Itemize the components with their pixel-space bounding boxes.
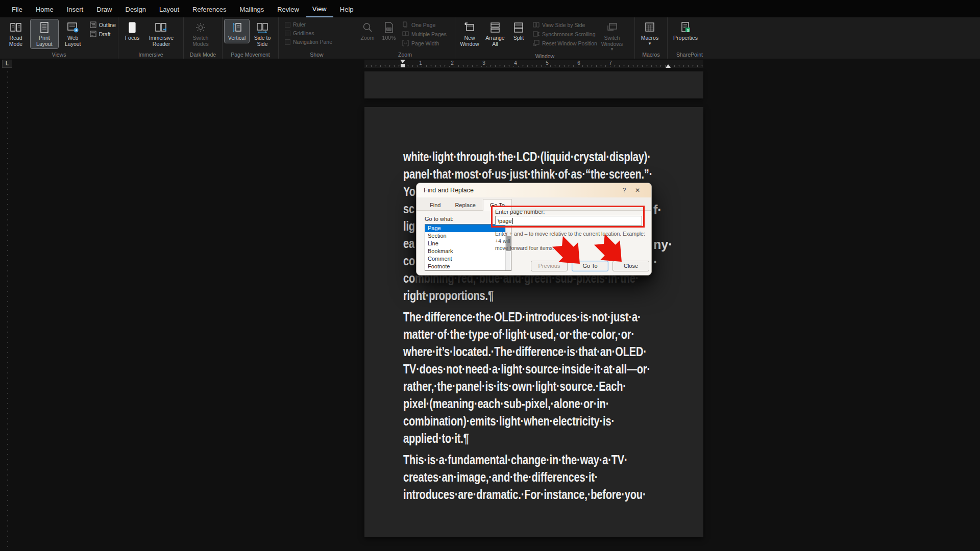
first-line-indent-marker[interactable] bbox=[400, 60, 405, 63]
document-text-line: matter·of·the·type·of·light·used,·or·the… bbox=[403, 325, 665, 343]
enter-page-number-label: Enter page number: bbox=[495, 209, 545, 215]
goto-list-item[interactable]: Footnote bbox=[425, 263, 511, 270]
one-page-icon bbox=[402, 21, 409, 28]
properties-icon: S bbox=[679, 21, 692, 34]
menu-item[interactable]: References bbox=[186, 1, 233, 17]
menu-item[interactable]: View bbox=[306, 1, 333, 17]
group-label-sharepoint: SharePoint bbox=[670, 51, 709, 59]
document-text-line: panel·that·most·of·us·just·think·of·as·“… bbox=[403, 165, 665, 183]
document-text-line: applied·to·it.¶ bbox=[403, 430, 665, 447]
go-to-what-label: Go to what: bbox=[425, 216, 453, 222]
document-text-fragment: f· bbox=[653, 201, 662, 218]
horizontal-ruler: 1234567 bbox=[364, 60, 703, 68]
left-indent-marker[interactable] bbox=[401, 64, 405, 67]
checkbox-icon bbox=[285, 31, 290, 36]
web-layout-icon bbox=[66, 21, 80, 34]
immersive-reader-button[interactable]: Immersive Reader bbox=[145, 19, 178, 48]
properties-label: Properties bbox=[673, 35, 698, 41]
read-mode-icon bbox=[9, 21, 22, 34]
menu-item[interactable]: Layout bbox=[153, 1, 186, 17]
word-window: FileHomeInsertDrawDesignLayoutReferences… bbox=[0, 0, 980, 551]
read-mode-button[interactable]: Read Mode bbox=[2, 19, 30, 48]
group-views: Read Mode Print Layout Web Layout Outlin… bbox=[0, 17, 118, 59]
group-label-dark-mode: Dark Mode bbox=[186, 51, 220, 59]
new-window-icon bbox=[463, 21, 476, 34]
group-label-show: Show bbox=[281, 51, 353, 59]
group-label-immersive: Immersive bbox=[120, 51, 181, 59]
multiple-pages-label: Multiple Pages bbox=[411, 31, 447, 37]
dialog-help-button[interactable]: ? bbox=[618, 187, 631, 194]
menu-item[interactable]: Insert bbox=[60, 1, 90, 17]
split-button[interactable]: Split bbox=[508, 19, 529, 43]
document-page[interactable]: white·light·through·the·LCD·(liquid·crys… bbox=[364, 107, 703, 537]
svg-text:S: S bbox=[687, 28, 690, 33]
split-icon bbox=[512, 21, 525, 34]
magnifier-icon bbox=[361, 21, 374, 34]
switch-windows-button: Switch Windows ▾ bbox=[598, 19, 626, 53]
document-text-line: creates·an·image,·and·the·differences·it… bbox=[403, 468, 665, 486]
menu-item[interactable]: Mailings bbox=[233, 1, 271, 17]
zoom-button: Zoom bbox=[357, 19, 378, 43]
reset-window-position-button: Reset Window Position bbox=[533, 40, 597, 46]
goto-list-item[interactable]: Comment bbox=[425, 255, 511, 263]
dialog-tab[interactable]: Find bbox=[423, 199, 448, 211]
ruler-number: 7 bbox=[607, 60, 614, 66]
document-text-line: The·difference·the·OLED·introduces·is·no… bbox=[403, 308, 665, 325]
switch-modes-button: Switch Modes bbox=[186, 19, 215, 48]
red-arrow-go-to bbox=[550, 234, 588, 272]
document-text-line: pixel·(meaning·each·sub-pixel,·alone·or·… bbox=[403, 395, 665, 412]
macros-icon bbox=[644, 21, 656, 34]
focus-button[interactable]: Focus bbox=[120, 19, 144, 43]
dialog-tab[interactable]: Replace bbox=[448, 199, 482, 211]
ruler-number: 1 bbox=[418, 60, 424, 66]
arrange-all-label: Arrange All bbox=[483, 35, 507, 47]
reset-window-position-icon bbox=[533, 40, 540, 46]
arrange-all-button[interactable]: Arrange All bbox=[483, 19, 507, 48]
macros-button[interactable]: Macros ▾ bbox=[637, 19, 663, 47]
menu-item[interactable]: File bbox=[5, 1, 29, 17]
dialog-title-bar[interactable]: Find and Replace ? ✕ bbox=[416, 183, 651, 197]
group-page-movement: Vertical Side to Side Page Movement bbox=[223, 17, 279, 59]
page-number-input[interactable]: \page bbox=[495, 216, 642, 226]
document-text-line: where·it’s·located.·The·difference·is·th… bbox=[403, 343, 665, 360]
one-page-button: One Page bbox=[402, 21, 447, 28]
group-label-page-movement: Page Movement bbox=[225, 51, 276, 59]
red-arrow-close bbox=[592, 232, 630, 270]
menu-item[interactable]: Help bbox=[333, 1, 360, 17]
draft-button[interactable]: Draft bbox=[90, 31, 116, 37]
multiple-pages-icon bbox=[402, 31, 409, 37]
vertical-icon bbox=[231, 21, 242, 34]
print-layout-button[interactable]: Print Layout bbox=[31, 19, 58, 48]
web-layout-button[interactable]: Web Layout bbox=[59, 19, 87, 48]
page-100-icon: 100 bbox=[383, 21, 395, 34]
new-window-button[interactable]: New Window bbox=[457, 19, 482, 48]
previous-page[interactable] bbox=[364, 71, 703, 98]
ruler-number: 5 bbox=[544, 60, 550, 66]
paragraph-2: The·difference·the·OLED·introduces·is·no… bbox=[403, 308, 665, 447]
menu-item[interactable]: Review bbox=[271, 1, 306, 17]
side-to-side-button[interactable]: Side to Side bbox=[250, 19, 275, 48]
tab-stop-selector[interactable]: L bbox=[2, 60, 12, 68]
one-page-label: One Page bbox=[411, 22, 435, 28]
ruler-checkbox: Ruler bbox=[285, 21, 332, 28]
ruler-label: Ruler bbox=[293, 21, 306, 28]
document-text-line: TV·does·not·need·a·light·source·inside·i… bbox=[403, 360, 665, 378]
outline-icon bbox=[90, 21, 96, 28]
svg-text:100: 100 bbox=[387, 28, 391, 31]
right-indent-marker[interactable] bbox=[666, 64, 671, 68]
page-number-value: \page bbox=[498, 218, 512, 224]
menu-item[interactable]: Draw bbox=[90, 1, 118, 17]
document-text-line: white·light·through·the·LCD·(liquid·crys… bbox=[403, 148, 665, 165]
synchronous-scrolling-button: Synchronous Scrolling bbox=[533, 31, 597, 37]
group-label-window: Window bbox=[457, 53, 632, 60]
dialog-close-icon[interactable]: ✕ bbox=[631, 187, 644, 194]
group-macros: Macros ▾ Macros bbox=[635, 17, 668, 59]
vertical-button[interactable]: Vertical bbox=[225, 19, 249, 43]
properties-button[interactable]: S Properties bbox=[670, 19, 701, 43]
read-mode-label: Read Mode bbox=[3, 35, 29, 47]
side-to-side-icon bbox=[256, 21, 269, 34]
outline-button[interactable]: Outline bbox=[90, 21, 116, 28]
group-show: Ruler Gridlines Navigation Pane Show bbox=[279, 17, 355, 59]
menu-item[interactable]: Design bbox=[119, 1, 153, 17]
menu-item[interactable]: Home bbox=[29, 1, 60, 17]
